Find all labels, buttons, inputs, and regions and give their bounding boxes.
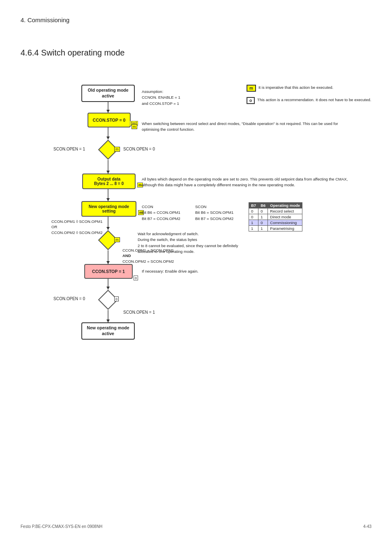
text-bytes-note: All bytes which depend on the operating … — [142, 176, 351, 188]
legend-m-text: It is imperative that this action be exe… — [258, 85, 333, 90]
svg-marker-1 — [106, 110, 110, 113]
text-enable: If necessary: Enable drive again. — [142, 269, 198, 273]
svg-marker-13 — [106, 287, 110, 289]
svg-marker-15 — [106, 319, 110, 322]
text-assumption: Assumption: CCNON. ENABLE = 1 and CCON.S… — [142, 89, 180, 106]
text-ccon-opm-left: CCON.OPM1 ◊ SCON.OPM1 OR CCON.OPM2 ◊ SCO… — [51, 219, 103, 235]
text-ccon-col: CCON Bit B6 = CCON.OPM1 Bit B7 = CCON.OP… — [142, 204, 180, 222]
svg-marker-5 — [106, 171, 110, 174]
section-title: 4. Commissioning — [21, 16, 371, 23]
legend-o-row: o This action is a recommendation. It do… — [247, 97, 371, 104]
label-m-diamond1: m — [114, 147, 120, 152]
text-scon-open1-2: SCON.OPEN = 1 — [123, 310, 155, 315]
box-new-mode-active: New operating mode active — [81, 322, 135, 340]
text-scon-open0-2: SCON.OPEN = 0 — [53, 296, 85, 301]
box-new-mode-setting: New operating mode setting m — [81, 201, 136, 217]
footer-right: 4-43 — [363, 524, 371, 529]
svg-marker-11 — [106, 261, 110, 264]
subsection-title: 4.6.4 Switch operating mode — [21, 48, 371, 58]
label-o-ccon1: o — [134, 275, 138, 280]
text-scon-open1: SCON.OPEN = 1 — [53, 147, 85, 151]
label-o-diamond3: o — [114, 296, 119, 301]
box-ccon-stop0: CCON.STOP = 0 [m] — [88, 113, 131, 127]
label-m-ccon: m — [131, 124, 137, 129]
text-scon-col: SCON Bit B6 = SCON.OPM1 Bit B7 = SCON.OP… — [195, 204, 233, 222]
legend-m-row: m It is imperative that this action be e… — [247, 85, 333, 92]
operating-mode-table: B7 B6 Operating mode 00Record select01Di… — [249, 202, 302, 231]
text-ccon-opm-right: CCON.OPM1 = SCON.OPM1 AND CCON.OPM2 = SC… — [122, 248, 174, 264]
box-old-mode: Old operating mode active — [81, 85, 135, 102]
footer: Festo P.BE-CPX-CMAX-SYS-EN en 0908NH 4-4… — [21, 524, 371, 529]
legend-o-text: This action is a recommendation. It does… — [257, 97, 371, 102]
page: 4. Commissioning 4.6.4 Switch operating … — [0, 0, 392, 537]
svg-marker-7 — [106, 198, 110, 201]
text-scon-open0: SCON.OPEN = 0 — [123, 147, 155, 151]
label-m-diamond2: m — [114, 237, 120, 242]
diagram-area: Old operating mode active CCON.STOP = 0 … — [21, 67, 374, 380]
box-ccon-stop1: CCON.STOP = 1 — [84, 264, 133, 279]
legend-o-box: o — [247, 97, 255, 104]
svg-marker-3 — [106, 137, 110, 139]
text-switch-note: When switching between record select and… — [142, 121, 351, 133]
box-output-data: Output data Bytes 2 ... 8 = 0 m — [82, 174, 136, 189]
svg-marker-9 — [106, 227, 110, 230]
footer-left: Festo P.BE-CPX-CMAX-SYS-EN en 0908NH — [21, 524, 102, 529]
legend-m-box: m — [247, 85, 256, 92]
